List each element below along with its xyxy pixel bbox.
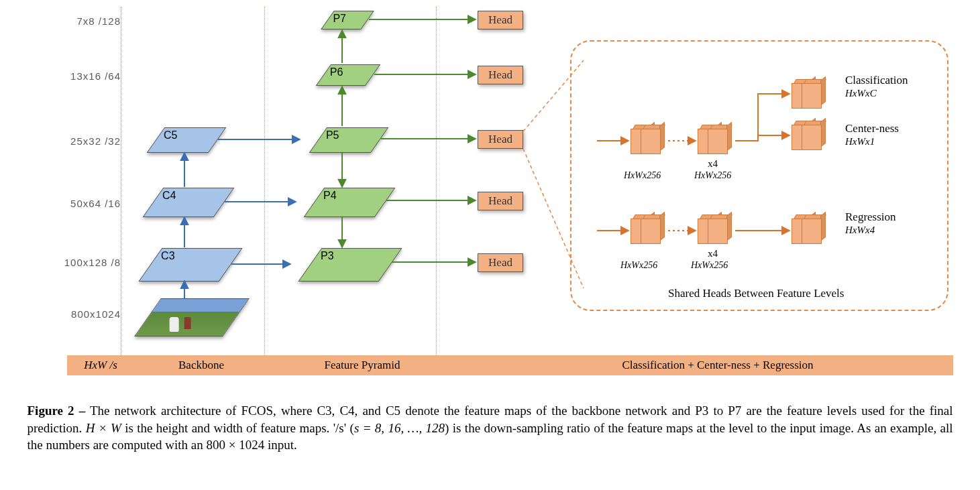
separator-fpn-heads [436,7,437,355]
fpn-block-p3: P3 [298,248,402,282]
fpn-block-p7: P7 [321,11,374,29]
separator-scale-backbone [121,7,121,355]
conv-block [708,125,733,153]
conv-output-classification [802,79,827,107]
repeat-label: x4 [708,248,718,259]
conv-output-regression [802,215,827,243]
scale-label: 25x32 /32 [40,135,121,147]
head-box: Head [478,192,523,210]
backbone-block-c4: C4 [143,188,235,217]
branch-label-centerness: Center-ness HxWx1 [845,122,899,147]
head-box: Head [478,11,523,29]
architecture-diagram: 7x8 /128 13x16 /64 25x32 /32 50x64 /16 1… [0,0,980,375]
scale-label: 800x1024 [40,308,121,320]
tensor-dim-label: HxWx256 [620,260,657,271]
fpn-block-p5: P5 [309,127,389,153]
tensor-dim-label: HxWx256 [694,170,731,181]
conv-block [708,215,733,243]
fpn-block-p6: P6 [316,64,380,86]
legend-backbone: Backbone [134,355,268,375]
head-box: Head [478,253,523,272]
input-image [134,298,250,336]
head-box: Head [478,66,523,84]
branch-label-classification: Classification HxWxC [845,74,908,99]
conv-output-centerness [802,121,827,149]
conv-block [641,125,666,153]
backbone-block-c5: C5 [147,127,227,153]
tensor-dim-label: HxWx256 [691,260,728,271]
scale-label: 13x16 /64 [40,70,121,82]
fpn-block-p4: P4 [304,188,396,217]
branch-label-regression: Regression HxWx4 [845,210,896,236]
conv-block [641,215,666,243]
legend-heads: Classification + Center-ness + Regressio… [510,355,926,375]
head-box: Head [478,130,523,149]
corner-label: HxW /s [84,359,117,372]
legend-fpn: Feature Pyramid [282,355,443,375]
figure-caption: Figure 2 – The network architecture of F… [28,402,953,454]
section-legend-bar: HxW /s Backbone Feature Pyramid Classifi… [67,355,953,375]
tensor-dim-label: HxWx256 [624,170,661,181]
scale-label: 50x64 /16 [40,198,121,209]
backbone-block-c3: C3 [138,248,242,282]
scale-label: 7x8 /128 [40,15,121,27]
detail-panel-caption: Shared Heads Between Feature Levels [668,287,844,300]
repeat-label: x4 [708,158,718,170]
separator-backbone-fpn [264,7,265,355]
scale-label: 100x128 /8 [40,257,121,268]
